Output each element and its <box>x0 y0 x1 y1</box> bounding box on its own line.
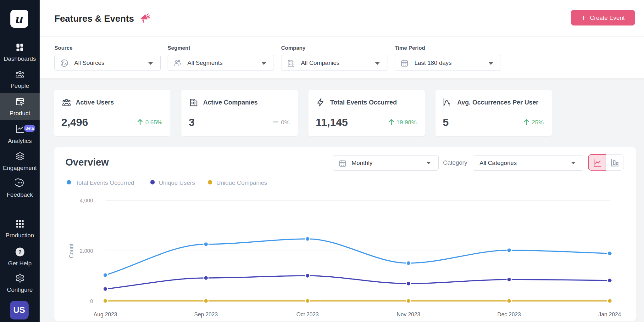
svg-text:Dec 2023: Dec 2023 <box>497 311 521 318</box>
svg-text:Oct 2023: Oct 2023 <box>296 311 319 318</box>
svg-text:4,000: 4,000 <box>80 198 93 204</box>
svg-text:Sep 2023: Sep 2023 <box>194 311 218 318</box>
svg-text:?: ? <box>18 249 21 255</box>
svg-text:0: 0 <box>90 298 93 304</box>
svg-text:2,000: 2,000 <box>80 248 93 254</box>
svg-text:Aug 2023: Aug 2023 <box>94 311 117 318</box>
svg-text:Jan 2024: Jan 2024 <box>598 311 621 318</box>
svg-text:Nov 2023: Nov 2023 <box>397 311 420 318</box>
svg-text:Count: Count <box>68 244 75 258</box>
